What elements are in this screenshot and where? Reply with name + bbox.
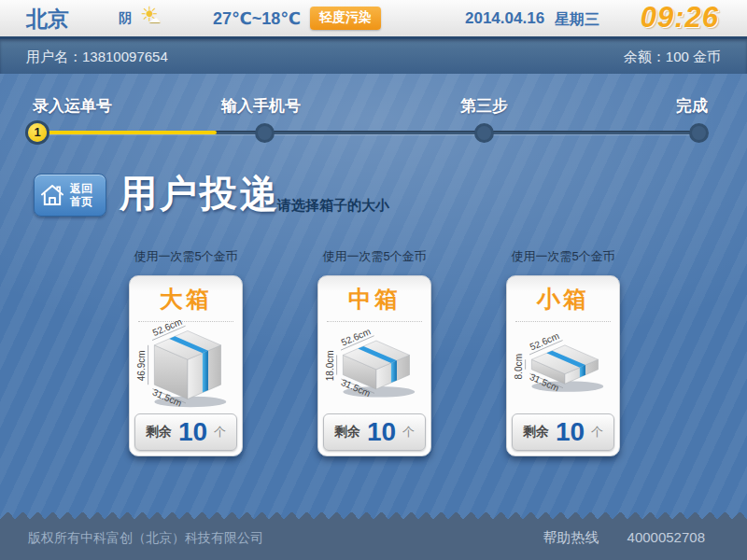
balance-field: 余额：100 金币 xyxy=(624,39,721,74)
remaining-label: 剩余 xyxy=(146,424,172,441)
home-icon xyxy=(39,182,65,208)
top-status-bar: 北京 阴 ☀ ☁ 27℃~18℃ 轻度污染 2014.04.16 星期三 09:… xyxy=(0,0,747,39)
page-title: 用户投递 xyxy=(120,168,280,219)
hotline: 帮助热线4000052708 xyxy=(543,529,705,547)
box-illustration-small: 52.6cm 8.0cm 31.5cm xyxy=(511,318,615,412)
box-option-column-large: 使用一次需5个金币 大箱 xyxy=(129,248,243,456)
cost-note: 使用一次需5个金币 xyxy=(317,248,431,265)
copyright-text: 版权所有中科富创（北京）科技有限公司 xyxy=(28,530,263,547)
balance-value: 100 金币 xyxy=(666,49,721,64)
remaining-stock-button[interactable]: 剩余 10 个 xyxy=(134,413,237,451)
remaining-label: 剩余 xyxy=(523,424,549,441)
hotline-label: 帮助热线 xyxy=(543,529,599,545)
clock: 09:26 xyxy=(641,1,719,35)
step-dot-3 xyxy=(477,126,491,140)
box-option-column-small: 使用一次需5个金币 小箱 xyxy=(506,248,620,456)
cost-note: 使用一次需5个金币 xyxy=(129,248,243,265)
step-dot-4 xyxy=(692,126,706,140)
step-label-3: 第三步 xyxy=(460,95,508,117)
progress-track-active xyxy=(39,131,217,134)
box-card-small[interactable]: 小箱 xyxy=(506,275,620,456)
remaining-unit: 个 xyxy=(402,424,415,441)
box-illustration-large: 52.6cm 46.9cm 31.5cm xyxy=(134,318,238,412)
box-card-title: 小箱 xyxy=(507,284,619,315)
remaining-count: 10 xyxy=(367,419,396,445)
temperature-label: 27℃~18℃ xyxy=(213,8,301,29)
user-bar: 用户名：13810097654 余额：100 金币 xyxy=(0,39,747,74)
box-card-large[interactable]: 大箱 xyxy=(129,275,243,456)
kiosk-screen: 北京 阴 ☀ ☁ 27℃~18℃ 轻度污染 2014.04.16 星期三 09:… xyxy=(0,0,747,560)
remaining-unit: 个 xyxy=(591,424,603,441)
remaining-count: 10 xyxy=(178,419,207,445)
cost-note: 使用一次需5个金币 xyxy=(506,248,620,265)
remaining-count: 10 xyxy=(556,419,585,445)
hotline-number: 4000052708 xyxy=(627,529,705,545)
box-illustration-medium: 52.6cm 18.0cm 31.5cm xyxy=(322,318,427,412)
box-card-medium[interactable]: 中箱 xyxy=(317,275,431,456)
step-dot-1-active: 1 xyxy=(28,123,47,142)
box-option-column-medium: 使用一次需5个金币 中箱 xyxy=(317,248,431,456)
sun-cloud-icon: ☀ ☁ xyxy=(140,3,168,31)
weather-condition-label: 阴 xyxy=(119,10,132,27)
remaining-unit: 个 xyxy=(214,424,226,441)
dim-height-label: 8.0cm xyxy=(514,354,524,379)
box-card-title: 大箱 xyxy=(130,284,242,315)
balance-label: 余额： xyxy=(624,49,666,64)
step-dot-2 xyxy=(258,126,272,140)
footer: 版权所有中科富创（北京）科技有限公司 帮助热线4000052708 xyxy=(0,519,747,560)
progress-steps: 录入运单号 输入手机号 第三步 完成 1 xyxy=(0,90,747,149)
box-card-title: 中箱 xyxy=(318,284,430,315)
username-label: 用户名： xyxy=(26,49,82,64)
home-button[interactable]: 返回 首页 xyxy=(34,174,106,217)
dim-height-label: 46.9cm xyxy=(136,350,147,381)
page-subtitle: 请选择箱子的大小 xyxy=(277,197,389,215)
weekday-label: 星期三 xyxy=(555,10,599,30)
air-quality-badge: 轻度污染 xyxy=(310,7,381,30)
remaining-stock-button[interactable]: 剩余 10 个 xyxy=(512,413,614,451)
remaining-stock-button[interactable]: 剩余 10 个 xyxy=(323,413,426,451)
home-button-label: 返回 首页 xyxy=(70,182,92,208)
remaining-label: 剩余 xyxy=(334,424,360,441)
step-label-2: 输入手机号 xyxy=(221,95,301,117)
dim-height-label: 18.0cm xyxy=(325,350,335,381)
username-value: 13810097654 xyxy=(82,49,168,64)
username-field: 用户名：13810097654 xyxy=(26,39,168,74)
city-label: 北京 xyxy=(26,5,69,34)
step-label-1: 录入运单号 xyxy=(33,95,112,117)
date-label: 2014.04.16 xyxy=(465,9,544,28)
step-label-4: 完成 xyxy=(676,95,708,117)
